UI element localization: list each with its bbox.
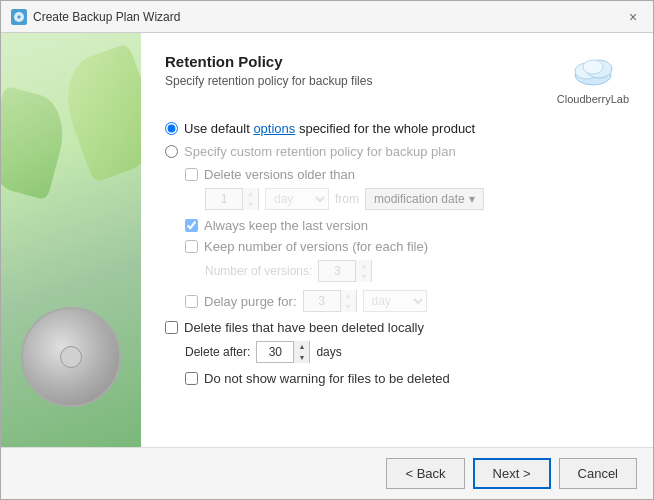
- left-panel: [1, 33, 141, 447]
- checkbox-delete-files[interactable]: [165, 321, 178, 334]
- content-area: Retention Policy Specify retention polic…: [1, 33, 653, 447]
- leaf-decoration-2: [1, 86, 73, 201]
- brand-icon-svg: [569, 53, 617, 89]
- page-header-text: Retention Policy Specify retention polic…: [165, 53, 372, 88]
- num-versions-up[interactable]: ▲: [355, 260, 371, 271]
- back-button[interactable]: < Back: [386, 458, 464, 489]
- page-title: Retention Policy: [165, 53, 372, 70]
- checkbox-delete-versions[interactable]: [185, 168, 198, 181]
- checkbox-delete-files-row: Delete files that have been deleted loca…: [165, 320, 629, 335]
- delete-after-up[interactable]: ▲: [293, 341, 309, 352]
- checkbox-keep-last-row: Always keep the last version: [185, 218, 629, 233]
- delay-unit-select[interactable]: day week month: [363, 290, 427, 312]
- num-versions-down[interactable]: ▼: [355, 271, 371, 282]
- checkbox-delete-versions-row: Delete versions older than: [185, 167, 629, 182]
- delete-after-row: Delete after: 30 ▲ ▼ days: [185, 341, 629, 363]
- delete-after-down[interactable]: ▼: [293, 352, 309, 363]
- checkbox-keep-last-label: Always keep the last version: [204, 218, 368, 233]
- radio-custom-row: Specify custom retention policy for back…: [165, 144, 629, 159]
- radio-custom-label: Specify custom retention policy for back…: [184, 144, 456, 159]
- delete-versions-spinner-buttons: ▲ ▼: [242, 188, 258, 210]
- num-versions-value[interactable]: 3: [319, 261, 355, 281]
- days-label: days: [316, 345, 341, 359]
- delay-purge-row: Delay purge for: 3 ▲ ▼ day week: [185, 290, 629, 312]
- delete-after-spinner-buttons: ▲ ▼: [293, 341, 309, 363]
- checkbox-delay-label: Delay purge for:: [204, 294, 297, 309]
- delay-value[interactable]: 3: [304, 291, 340, 311]
- checkbox-delay[interactable]: [185, 295, 198, 308]
- page-header: Retention Policy Specify retention polic…: [165, 53, 629, 105]
- mod-date-arrow: ▾: [469, 192, 475, 206]
- next-button[interactable]: Next >: [473, 458, 551, 489]
- delete-versions-unit-select[interactable]: day week month: [265, 188, 329, 210]
- custom-section: Delete versions older than 1 ▲ ▼: [165, 167, 629, 312]
- radio-default[interactable]: [165, 122, 178, 135]
- num-versions-label: Number of versions:: [205, 264, 312, 278]
- leaf-decoration-1: [53, 43, 141, 183]
- delete-after-spinner: 30 ▲ ▼: [256, 341, 310, 363]
- window-title: Create Backup Plan Wizard: [33, 10, 180, 24]
- delete-versions-up[interactable]: ▲: [242, 188, 258, 199]
- delete-after-value[interactable]: 30: [257, 342, 293, 362]
- num-versions-spinner: 3 ▲ ▼: [318, 260, 372, 282]
- footer: < Back Next > Cancel: [1, 447, 653, 499]
- checkbox-no-warning[interactable]: [185, 372, 198, 385]
- titlebar-left: Create Backup Plan Wizard: [11, 9, 180, 25]
- checkbox-no-warning-row: Do not show warning for files to be dele…: [185, 371, 629, 386]
- brand-logo: CloudberryLab: [557, 53, 629, 105]
- delete-versions-down[interactable]: ▼: [242, 199, 258, 210]
- delete-after-label: Delete after:: [185, 345, 250, 359]
- close-button[interactable]: ×: [623, 7, 643, 27]
- num-versions-row: Number of versions: 3 ▲ ▼: [205, 260, 629, 282]
- checkbox-delete-versions-label: Delete versions older than: [204, 167, 355, 182]
- form-area: Use default options specified for the wh…: [165, 121, 629, 427]
- delay-down[interactable]: ▼: [340, 301, 356, 312]
- radio-default-label: Use default options specified for the wh…: [184, 121, 475, 136]
- keep-count-section: Keep number of versions (for each file) …: [185, 239, 629, 282]
- delete-versions-section: Delete versions older than 1 ▲ ▼: [185, 167, 629, 210]
- right-panel: Retention Policy Specify retention polic…: [141, 33, 653, 447]
- mod-date-label: modification date: [374, 192, 465, 206]
- delay-up[interactable]: ▲: [340, 290, 356, 301]
- page-subtitle: Specify retention policy for backup file…: [165, 74, 372, 88]
- num-versions-spinner-buttons: ▲ ▼: [355, 260, 371, 282]
- delete-versions-controls: 1 ▲ ▼ day week month fr: [205, 188, 629, 210]
- cancel-button[interactable]: Cancel: [559, 458, 637, 489]
- svg-point-4: [583, 60, 603, 74]
- radio-default-row: Use default options specified for the wh…: [165, 121, 629, 136]
- delete-versions-spinner: 1 ▲ ▼: [205, 188, 259, 210]
- delay-purge-section: Delay purge for: 3 ▲ ▼ day week: [185, 290, 629, 312]
- delay-spinner-buttons: ▲ ▼: [340, 290, 356, 312]
- wizard-window: Create Backup Plan Wizard × Retention Po…: [0, 0, 654, 500]
- disc-decoration: [21, 307, 121, 407]
- checkbox-delete-files-label: Delete files that have been deleted loca…: [184, 320, 424, 335]
- from-label: from: [335, 192, 359, 206]
- titlebar: Create Backup Plan Wizard ×: [1, 1, 653, 33]
- radio-custom[interactable]: [165, 145, 178, 158]
- delay-spinner: 3 ▲ ▼: [303, 290, 357, 312]
- checkbox-keep-count-row: Keep number of versions (for each file): [185, 239, 629, 254]
- checkbox-no-warning-label: Do not show warning for files to be dele…: [204, 371, 450, 386]
- brand-name: CloudberryLab: [557, 93, 629, 105]
- app-icon: [11, 9, 27, 25]
- options-link[interactable]: options: [253, 121, 295, 136]
- checkbox-keep-last[interactable]: [185, 219, 198, 232]
- delete-versions-value[interactable]: 1: [206, 189, 242, 209]
- checkbox-keep-count[interactable]: [185, 240, 198, 253]
- checkbox-keep-count-label: Keep number of versions (for each file): [204, 239, 428, 254]
- modification-date-button[interactable]: modification date ▾: [365, 188, 484, 210]
- keep-last-section: Always keep the last version: [185, 218, 629, 233]
